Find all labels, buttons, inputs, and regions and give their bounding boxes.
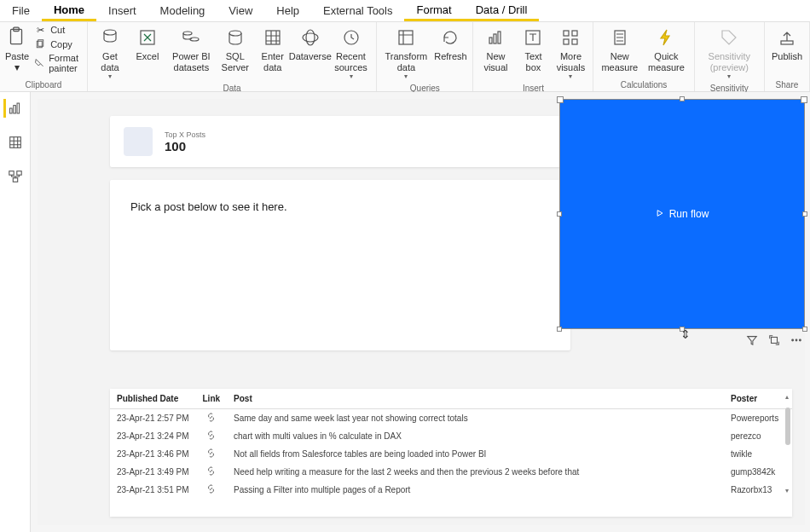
cell-date: 23-Apr-21 3:49 PM <box>110 463 196 481</box>
excel-button[interactable]: Excel <box>129 24 166 64</box>
menu-external-tools[interactable]: External Tools <box>311 0 404 21</box>
col-poster[interactable]: Poster <box>724 389 792 409</box>
new-measure-button[interactable]: New measure <box>597 24 642 74</box>
get-data-label: Get data <box>95 51 125 72</box>
menu-home[interactable]: Home <box>42 0 96 21</box>
menu-format[interactable]: Format <box>404 0 463 21</box>
cell-post: Need help writing a measure for the last… <box>227 463 724 481</box>
ribbon-group-data: Get data▾ Excel Power BI datasets SQL Se… <box>88 22 377 91</box>
resize-handle[interactable] <box>557 211 562 217</box>
menu-file[interactable]: File <box>0 0 42 21</box>
cell-link[interactable] <box>196 463 228 481</box>
posts-table-visual[interactable]: Published Date Link Post Poster 23-Apr-2… <box>110 389 792 517</box>
kpi-icon-placeholder <box>124 127 153 156</box>
ribbon-group-share: Publish Share <box>765 22 810 91</box>
report-canvas[interactable]: Top X Posts 100 Pick a post below to see… <box>31 92 810 532</box>
scroll-thumb[interactable] <box>785 408 790 445</box>
filter-icon[interactable] <box>745 333 759 347</box>
paste-button[interactable]: Paste ▾ <box>3 24 31 75</box>
cell-date: 23-Apr-21 3:51 PM <box>110 481 196 499</box>
resize-handle[interactable] <box>680 327 685 332</box>
svg-point-11 <box>306 30 315 45</box>
chevron-down-icon: ▾ <box>350 72 353 80</box>
scroll-up-icon[interactable]: ▴ <box>784 394 790 401</box>
svg-rect-30 <box>13 178 17 182</box>
svg-rect-16 <box>498 32 500 43</box>
kpi-card[interactable]: Top X Posts 100 <box>110 116 570 167</box>
col-link[interactable]: Link <box>196 389 228 409</box>
svg-point-34 <box>800 339 801 341</box>
cell-link[interactable] <box>196 481 228 499</box>
format-painter-button[interactable]: Format painter <box>34 53 80 73</box>
table-row[interactable]: 23-Apr-21 2:57 PMSame day and same week … <box>110 409 792 428</box>
chevron-down-icon: ▾ <box>404 72 408 80</box>
resize-handle[interactable] <box>802 211 807 217</box>
publish-button[interactable]: Publish <box>768 24 806 64</box>
table-row[interactable]: 23-Apr-21 3:24 PMchart with multi values… <box>110 427 792 445</box>
transform-data-button[interactable]: Transform data▾ <box>380 24 431 82</box>
quick-measure-button[interactable]: Quick measure <box>642 24 691 74</box>
more-visuals-button[interactable]: More visuals▾ <box>552 24 589 82</box>
data-view-button[interactable] <box>6 133 25 152</box>
run-flow-button[interactable]: Run flow <box>656 208 709 220</box>
focus-mode-icon[interactable] <box>767 333 781 347</box>
cell-poster: Powereports <box>724 409 792 428</box>
recent-sources-button[interactable]: Recent sources▾ <box>329 24 373 82</box>
table-row[interactable]: 23-Apr-21 3:51 PMPassing a Filter into m… <box>110 481 792 499</box>
more-options-icon[interactable] <box>790 333 803 347</box>
table-row[interactable]: 23-Apr-21 3:46 PMNot all fields from Sal… <box>110 445 792 463</box>
detail-card[interactable]: Pick a post below to see it here. <box>110 180 570 350</box>
svg-rect-27 <box>9 137 20 148</box>
report-view-button[interactable] <box>3 99 22 118</box>
menu-help[interactable]: Help <box>264 0 311 21</box>
quick-measure-label: Quick measure <box>645 51 687 72</box>
cell-link[interactable] <box>196 445 228 463</box>
enter-data-button[interactable]: Enter data <box>254 24 292 74</box>
menu-view[interactable]: View <box>217 0 264 21</box>
pick-message: Pick a post below to see it here. <box>130 200 550 213</box>
resize-handle[interactable] <box>557 327 562 332</box>
col-published-date[interactable]: Published Date <box>110 389 196 409</box>
transform-icon <box>394 26 418 49</box>
svg-rect-24 <box>10 108 13 113</box>
cell-link[interactable] <box>196 427 228 445</box>
cell-link[interactable] <box>196 499 228 500</box>
svg-rect-20 <box>564 39 569 44</box>
grid-dots-icon <box>558 26 582 49</box>
sensitivity-button: Sensitivity (preview)▾ <box>698 24 761 82</box>
menu-insert[interactable]: Insert <box>96 0 148 21</box>
col-post[interactable]: Post <box>227 389 724 409</box>
dataverse-button[interactable]: Dataverse <box>292 24 329 64</box>
svg-rect-28 <box>9 171 13 176</box>
cell-post: Calculated table from 2 sheets with work… <box>227 499 724 500</box>
new-visual-button[interactable]: New visual <box>477 24 514 74</box>
cell-link[interactable] <box>196 409 228 428</box>
grid-icon <box>261 26 285 49</box>
menu-data-drill[interactable]: Data / Drill <box>464 0 540 21</box>
scrollbar[interactable]: ▴ ▾ <box>784 394 790 494</box>
model-view-button[interactable] <box>6 167 25 186</box>
pbi-datasets-button[interactable]: Power BI datasets <box>166 24 217 74</box>
cell-date: 23-Apr-21 3:24 PM <box>110 427 196 445</box>
sql-label: SQL Server <box>220 51 251 72</box>
share-group-label: Share <box>768 78 806 91</box>
scroll-down-icon[interactable]: ▾ <box>784 488 790 494</box>
resize-handle[interactable] <box>802 327 807 332</box>
view-rail <box>0 92 31 532</box>
table-row[interactable]: 23-Apr-21 4:02 PMCalculated table from 2… <box>110 499 792 500</box>
ribbon: Paste ▾ ✂Cut Copy Format painter Clipboa… <box>0 22 810 92</box>
paintbrush-icon <box>34 57 44 69</box>
text-box-button[interactable]: Text box <box>514 24 552 74</box>
power-automate-visual[interactable]: Run flow <box>559 99 805 329</box>
table-row[interactable]: 23-Apr-21 3:49 PMNeed help writing a mea… <box>110 463 792 481</box>
copy-button[interactable]: Copy <box>34 38 80 50</box>
sql-server-button[interactable]: SQL Server <box>217 24 254 74</box>
refresh-button[interactable]: Refresh <box>431 24 469 64</box>
svg-rect-23 <box>781 41 793 44</box>
cut-button[interactable]: ✂Cut <box>34 24 80 36</box>
cell-poster: RaedHussein <box>724 499 792 500</box>
get-data-button[interactable]: Get data▾ <box>91 24 129 82</box>
cell-poster: Razorbx13 <box>724 481 792 499</box>
menu-modeling[interactable]: Modeling <box>148 0 217 21</box>
resize-handle[interactable] <box>680 96 685 101</box>
